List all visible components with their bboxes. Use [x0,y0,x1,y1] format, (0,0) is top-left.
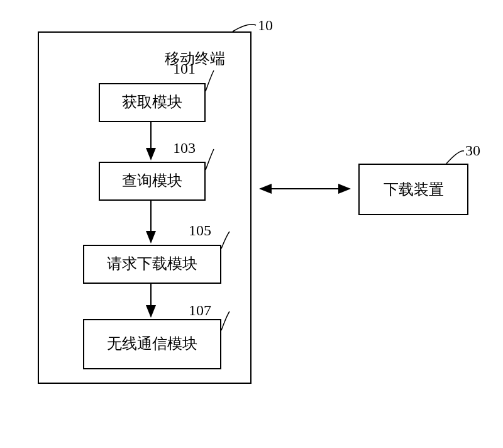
module-label: 查询模块 [122,171,182,191]
label-103: 103 [173,140,196,157]
right-box-label: 下载装置 [384,179,444,199]
module-acquire: 获取模块 [99,83,206,122]
module-request-download: 请求下载模块 [83,245,221,284]
module-label: 获取模块 [122,92,182,112]
module-label: 请求下载模块 [107,254,197,274]
label-105: 105 [189,222,211,239]
module-label: 无线通信模块 [107,334,197,354]
module-wireless: 无线通信模块 [83,319,221,369]
main-container: 移动终端 获取模块 查询模块 请求下载模块 无线通信模块 [38,31,252,384]
label-101: 101 [173,60,196,77]
label-30: 30 [465,142,480,159]
label-107: 107 [189,302,211,319]
right-container: 下载装置 [358,164,468,215]
module-query: 查询模块 [99,162,206,201]
label-10: 10 [258,17,273,34]
